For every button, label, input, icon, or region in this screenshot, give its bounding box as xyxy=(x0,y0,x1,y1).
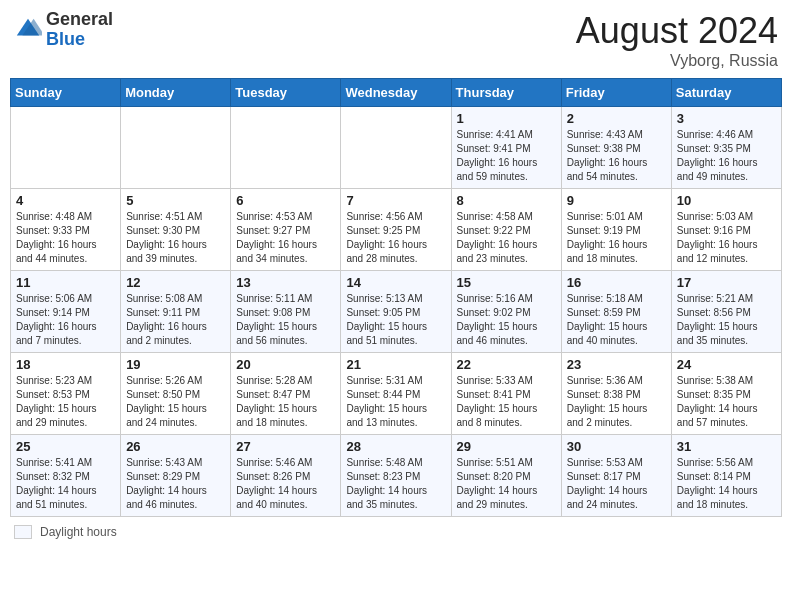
day-info: Sunrise: 5:33 AM Sunset: 8:41 PM Dayligh… xyxy=(457,374,556,430)
day-info: Sunrise: 4:53 AM Sunset: 9:27 PM Dayligh… xyxy=(236,210,335,266)
calendar-cell: 15Sunrise: 5:16 AM Sunset: 9:02 PM Dayli… xyxy=(451,271,561,353)
day-info: Sunrise: 5:28 AM Sunset: 8:47 PM Dayligh… xyxy=(236,374,335,430)
calendar-cell: 27Sunrise: 5:46 AM Sunset: 8:26 PM Dayli… xyxy=(231,435,341,517)
day-info: Sunrise: 5:31 AM Sunset: 8:44 PM Dayligh… xyxy=(346,374,445,430)
calendar-cell: 25Sunrise: 5:41 AM Sunset: 8:32 PM Dayli… xyxy=(11,435,121,517)
header-cell: Sunday xyxy=(11,79,121,107)
calendar-cell: 9Sunrise: 5:01 AM Sunset: 9:19 PM Daylig… xyxy=(561,189,671,271)
footer: Daylight hours xyxy=(10,525,782,539)
header-row: SundayMondayTuesdayWednesdayThursdayFrid… xyxy=(11,79,782,107)
calendar-cell: 13Sunrise: 5:11 AM Sunset: 9:08 PM Dayli… xyxy=(231,271,341,353)
location-title: Vyborg, Russia xyxy=(576,52,778,70)
day-number: 1 xyxy=(457,111,556,126)
header-cell: Thursday xyxy=(451,79,561,107)
day-number: 22 xyxy=(457,357,556,372)
calendar-cell: 26Sunrise: 5:43 AM Sunset: 8:29 PM Dayli… xyxy=(121,435,231,517)
day-number: 12 xyxy=(126,275,225,290)
day-number: 25 xyxy=(16,439,115,454)
calendar-cell: 19Sunrise: 5:26 AM Sunset: 8:50 PM Dayli… xyxy=(121,353,231,435)
day-info: Sunrise: 5:56 AM Sunset: 8:14 PM Dayligh… xyxy=(677,456,776,512)
day-number: 30 xyxy=(567,439,666,454)
header-cell: Monday xyxy=(121,79,231,107)
day-info: Sunrise: 5:36 AM Sunset: 8:38 PM Dayligh… xyxy=(567,374,666,430)
calendar-cell xyxy=(11,107,121,189)
calendar-cell: 14Sunrise: 5:13 AM Sunset: 9:05 PM Dayli… xyxy=(341,271,451,353)
calendar-cell xyxy=(231,107,341,189)
calendar-cell: 17Sunrise: 5:21 AM Sunset: 8:56 PM Dayli… xyxy=(671,271,781,353)
calendar-cell: 22Sunrise: 5:33 AM Sunset: 8:41 PM Dayli… xyxy=(451,353,561,435)
header-cell: Wednesday xyxy=(341,79,451,107)
calendar-week: 1Sunrise: 4:41 AM Sunset: 9:41 PM Daylig… xyxy=(11,107,782,189)
day-number: 26 xyxy=(126,439,225,454)
day-number: 21 xyxy=(346,357,445,372)
calendar-cell: 31Sunrise: 5:56 AM Sunset: 8:14 PM Dayli… xyxy=(671,435,781,517)
calendar-cell: 28Sunrise: 5:48 AM Sunset: 8:23 PM Dayli… xyxy=(341,435,451,517)
day-number: 15 xyxy=(457,275,556,290)
day-number: 8 xyxy=(457,193,556,208)
day-number: 28 xyxy=(346,439,445,454)
day-info: Sunrise: 5:41 AM Sunset: 8:32 PM Dayligh… xyxy=(16,456,115,512)
day-info: Sunrise: 4:43 AM Sunset: 9:38 PM Dayligh… xyxy=(567,128,666,184)
calendar-cell: 18Sunrise: 5:23 AM Sunset: 8:53 PM Dayli… xyxy=(11,353,121,435)
calendar-cell xyxy=(341,107,451,189)
day-info: Sunrise: 5:51 AM Sunset: 8:20 PM Dayligh… xyxy=(457,456,556,512)
logo-blue: Blue xyxy=(46,29,85,49)
day-number: 29 xyxy=(457,439,556,454)
day-info: Sunrise: 4:48 AM Sunset: 9:33 PM Dayligh… xyxy=(16,210,115,266)
calendar-week: 25Sunrise: 5:41 AM Sunset: 8:32 PM Dayli… xyxy=(11,435,782,517)
day-number: 3 xyxy=(677,111,776,126)
day-info: Sunrise: 5:06 AM Sunset: 9:14 PM Dayligh… xyxy=(16,292,115,348)
day-number: 18 xyxy=(16,357,115,372)
calendar-cell: 24Sunrise: 5:38 AM Sunset: 8:35 PM Dayli… xyxy=(671,353,781,435)
day-number: 5 xyxy=(126,193,225,208)
calendar-cell: 5Sunrise: 4:51 AM Sunset: 9:30 PM Daylig… xyxy=(121,189,231,271)
calendar-week: 18Sunrise: 5:23 AM Sunset: 8:53 PM Dayli… xyxy=(11,353,782,435)
day-number: 17 xyxy=(677,275,776,290)
day-info: Sunrise: 5:11 AM Sunset: 9:08 PM Dayligh… xyxy=(236,292,335,348)
day-number: 10 xyxy=(677,193,776,208)
calendar-cell: 7Sunrise: 4:56 AM Sunset: 9:25 PM Daylig… xyxy=(341,189,451,271)
calendar-cell: 1Sunrise: 4:41 AM Sunset: 9:41 PM Daylig… xyxy=(451,107,561,189)
day-number: 24 xyxy=(677,357,776,372)
day-info: Sunrise: 5:53 AM Sunset: 8:17 PM Dayligh… xyxy=(567,456,666,512)
day-info: Sunrise: 5:16 AM Sunset: 9:02 PM Dayligh… xyxy=(457,292,556,348)
day-number: 11 xyxy=(16,275,115,290)
calendar-cell: 20Sunrise: 5:28 AM Sunset: 8:47 PM Dayli… xyxy=(231,353,341,435)
day-info: Sunrise: 5:21 AM Sunset: 8:56 PM Dayligh… xyxy=(677,292,776,348)
header-cell: Friday xyxy=(561,79,671,107)
calendar-cell: 4Sunrise: 4:48 AM Sunset: 9:33 PM Daylig… xyxy=(11,189,121,271)
calendar-week: 11Sunrise: 5:06 AM Sunset: 9:14 PM Dayli… xyxy=(11,271,782,353)
calendar-cell: 29Sunrise: 5:51 AM Sunset: 8:20 PM Dayli… xyxy=(451,435,561,517)
day-number: 7 xyxy=(346,193,445,208)
calendar-cell: 2Sunrise: 4:43 AM Sunset: 9:38 PM Daylig… xyxy=(561,107,671,189)
title-block: August 2024 Vyborg, Russia xyxy=(576,10,778,70)
day-info: Sunrise: 5:26 AM Sunset: 8:50 PM Dayligh… xyxy=(126,374,225,430)
day-number: 27 xyxy=(236,439,335,454)
day-number: 31 xyxy=(677,439,776,454)
day-info: Sunrise: 5:23 AM Sunset: 8:53 PM Dayligh… xyxy=(16,374,115,430)
calendar-week: 4Sunrise: 4:48 AM Sunset: 9:33 PM Daylig… xyxy=(11,189,782,271)
calendar-cell: 8Sunrise: 4:58 AM Sunset: 9:22 PM Daylig… xyxy=(451,189,561,271)
calendar-header: SundayMondayTuesdayWednesdayThursdayFrid… xyxy=(11,79,782,107)
calendar-cell: 23Sunrise: 5:36 AM Sunset: 8:38 PM Dayli… xyxy=(561,353,671,435)
calendar-cell: 16Sunrise: 5:18 AM Sunset: 8:59 PM Dayli… xyxy=(561,271,671,353)
calendar-cell: 12Sunrise: 5:08 AM Sunset: 9:11 PM Dayli… xyxy=(121,271,231,353)
day-info: Sunrise: 5:43 AM Sunset: 8:29 PM Dayligh… xyxy=(126,456,225,512)
month-title: August 2024 xyxy=(576,10,778,52)
day-info: Sunrise: 5:48 AM Sunset: 8:23 PM Dayligh… xyxy=(346,456,445,512)
day-number: 9 xyxy=(567,193,666,208)
day-info: Sunrise: 5:13 AM Sunset: 9:05 PM Dayligh… xyxy=(346,292,445,348)
day-info: Sunrise: 4:58 AM Sunset: 9:22 PM Dayligh… xyxy=(457,210,556,266)
calendar-cell xyxy=(121,107,231,189)
day-info: Sunrise: 4:51 AM Sunset: 9:30 PM Dayligh… xyxy=(126,210,225,266)
logo-general: General xyxy=(46,9,113,29)
day-info: Sunrise: 4:56 AM Sunset: 9:25 PM Dayligh… xyxy=(346,210,445,266)
calendar-cell: 10Sunrise: 5:03 AM Sunset: 9:16 PM Dayli… xyxy=(671,189,781,271)
day-info: Sunrise: 5:03 AM Sunset: 9:16 PM Dayligh… xyxy=(677,210,776,266)
header-cell: Saturday xyxy=(671,79,781,107)
calendar-cell: 11Sunrise: 5:06 AM Sunset: 9:14 PM Dayli… xyxy=(11,271,121,353)
calendar-table: SundayMondayTuesdayWednesdayThursdayFrid… xyxy=(10,78,782,517)
logo: General Blue xyxy=(14,10,113,50)
day-info: Sunrise: 5:38 AM Sunset: 8:35 PM Dayligh… xyxy=(677,374,776,430)
calendar-cell: 21Sunrise: 5:31 AM Sunset: 8:44 PM Dayli… xyxy=(341,353,451,435)
